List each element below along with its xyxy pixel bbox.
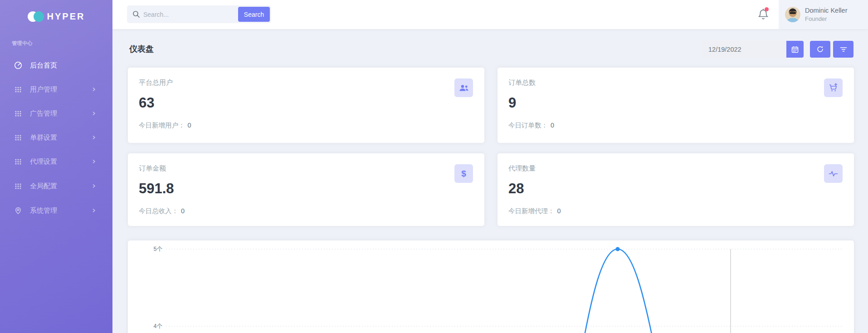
line-chart[interactable] — [128, 240, 854, 333]
stat-card-total-users: 平台总用户 63 今日新增用户：0 — [128, 68, 484, 143]
stat-footer: 今日新增用户：0 — [139, 121, 191, 130]
map-pin-icon — [14, 206, 22, 215]
logo-icon — [28, 11, 43, 22]
stat-footer: 今日总收入：0 — [139, 207, 185, 215]
y-axis-tick: 4个 — [141, 323, 162, 330]
stat-label: 平台总用户 — [139, 78, 173, 87]
sidebar-item-ad-management[interactable]: 广告管理 — [0, 104, 112, 122]
stat-label: 代理数量 — [508, 164, 536, 173]
dollar-icon: $ — [454, 164, 473, 183]
chevron-right-icon — [91, 183, 97, 189]
avatar — [785, 7, 800, 22]
sidebar-item-group-settings[interactable]: 单群设置 — [0, 128, 112, 147]
chevron-right-icon — [91, 158, 97, 165]
topbar: Search Dominic Keller Founder — [112, 0, 868, 29]
chart-line-series — [583, 249, 654, 333]
sidebar-item-system-management[interactable]: 系统管理 — [0, 201, 112, 220]
sidebar-item-label: 后台首页 — [30, 61, 57, 69]
calendar-icon[interactable] — [786, 41, 804, 58]
grid-dots-icon — [14, 109, 22, 118]
user-name: Dominic Keller — [805, 7, 847, 14]
users-icon — [454, 78, 473, 97]
stat-card-total-orders: 订单总数 9 今日订单数：0 — [497, 68, 854, 143]
date-input[interactable] — [702, 41, 786, 58]
sidebar-item-label: 全局配置 — [30, 182, 57, 190]
grid-dots-icon — [14, 85, 22, 93]
stat-card-order-amount: 订单金额 591.8 今日总收入：0 $ — [128, 153, 484, 226]
user-menu[interactable]: Dominic Keller Founder — [779, 0, 868, 29]
chevron-right-icon — [91, 207, 97, 214]
page-title: 仪表盘 — [129, 44, 154, 54]
sidebar-item-user-management[interactable]: 用户管理 — [0, 80, 112, 98]
user-role: Founder — [805, 15, 827, 22]
grid-dots-icon — [14, 157, 22, 166]
chevron-right-icon — [91, 134, 97, 141]
y-axis-tick: 5个 — [141, 245, 162, 253]
sidebar-item-label: 代理设置 — [30, 157, 57, 166]
chevron-right-icon — [91, 110, 97, 117]
grid-dots-icon — [14, 133, 22, 142]
app-frame: HYPER 管理中心 后台首页 用户管理 — [0, 0, 868, 333]
search-input[interactable] — [143, 5, 234, 23]
sidebar-item-dashboard[interactable]: 后台首页 — [0, 56, 112, 74]
unread-dot — [765, 7, 769, 11]
sidebar-item-label: 广告管理 — [30, 109, 57, 118]
sidebar-item-label: 用户管理 — [30, 85, 57, 93]
activity-icon — [824, 164, 843, 183]
filter-button[interactable] — [833, 41, 853, 58]
stat-value: 591.8 — [139, 181, 174, 197]
stat-footer: 今日订单数：0 — [508, 121, 554, 130]
sidebar-item-agent-settings[interactable]: 代理设置 — [0, 152, 112, 171]
sidebar-item-label: 单群设置 — [30, 133, 57, 142]
grid-dots-icon — [14, 182, 22, 190]
search-box: Search — [127, 5, 271, 23]
sidebar-item-label: 系统管理 — [30, 206, 57, 215]
date-picker-group — [702, 41, 804, 58]
sidebar-section-label: 管理中心 — [12, 40, 33, 47]
stat-label: 订单总数 — [508, 78, 536, 87]
sidebar-item-global-config[interactable]: 全局配置 — [0, 177, 112, 195]
stat-footer: 今日新增代理：0 — [508, 207, 561, 215]
refresh-button[interactable] — [810, 41, 830, 58]
notifications-bell-icon[interactable] — [757, 8, 769, 21]
stat-value: 63 — [139, 95, 154, 111]
stat-value: 9 — [508, 95, 516, 111]
speedometer-icon — [14, 61, 22, 69]
search-button[interactable]: Search — [238, 7, 270, 22]
line-chart-card: 5个 4个 — [128, 240, 854, 333]
chevron-right-icon — [91, 86, 97, 93]
sidebar: HYPER 管理中心 后台首页 用户管理 — [0, 0, 112, 333]
cart-plus-icon — [824, 78, 843, 97]
search-icon — [132, 10, 140, 18]
stat-label: 订单金额 — [139, 164, 166, 173]
stat-value: 28 — [508, 181, 524, 197]
stat-card-agent-count: 代理数量 28 今日新增代理：0 — [497, 153, 854, 226]
logo[interactable]: HYPER — [0, 8, 112, 24]
chart-peak-marker — [616, 247, 620, 251]
logo-text: HYPER — [47, 11, 85, 22]
